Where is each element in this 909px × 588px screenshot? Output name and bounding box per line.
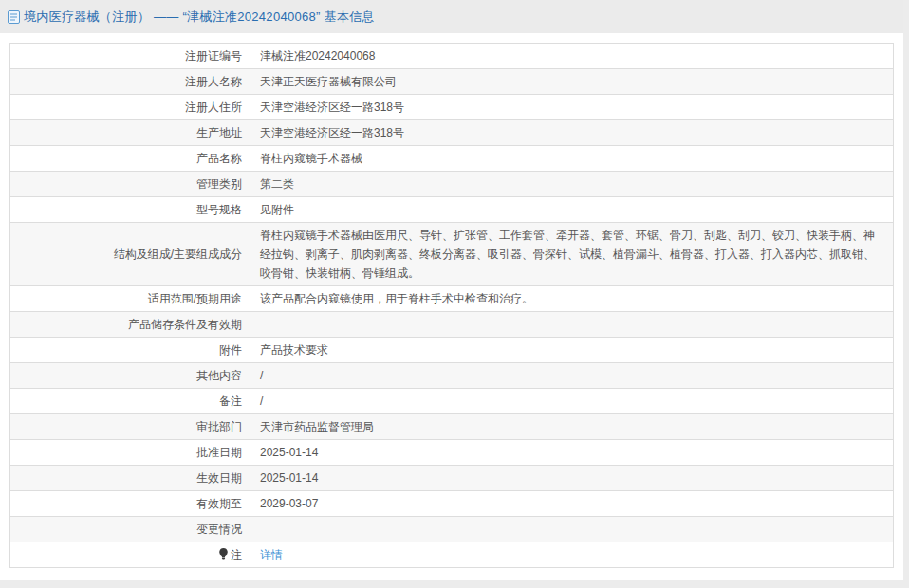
- table-row: 有效期至2029-03-07: [10, 491, 894, 517]
- row-label-text: 备注: [219, 395, 242, 408]
- table-row: 备注/: [10, 389, 894, 414]
- note-icon: [218, 548, 229, 560]
- details-link[interactable]: 详情: [260, 548, 283, 561]
- row-value: 脊柱内窥镜手术器械由医用尺、导针、扩张管、工作套管、牵开器、套管、环锯、骨刀、刮…: [250, 223, 894, 286]
- row-label-text: 注册人名称: [185, 75, 242, 88]
- row-value: 2029-03-07: [250, 491, 894, 517]
- row-value: 天津空港经济区经一路318号: [250, 95, 894, 120]
- row-label: 注册人住所: [10, 95, 250, 120]
- row-label-text: 审批部门: [196, 420, 242, 433]
- row-value: 第二类: [250, 172, 894, 197]
- row-label: 备注: [10, 389, 250, 414]
- table-row: 管理类别第二类: [10, 172, 894, 197]
- row-value: 详情: [250, 542, 894, 568]
- row-label-text: 生效日期: [196, 471, 242, 485]
- row-label: 适用范围/预期用途: [10, 286, 250, 312]
- row-label: 型号规格: [10, 197, 250, 223]
- row-label: 其他内容: [10, 363, 250, 389]
- table-row: 生效日期2025-01-14: [10, 466, 894, 491]
- row-value: 见附件: [250, 197, 894, 223]
- row-value: /: [250, 389, 894, 414]
- row-value: 天津正天医疗器械有限公司: [250, 69, 894, 95]
- row-label-text: 批准日期: [196, 446, 242, 459]
- row-value: /: [250, 363, 894, 389]
- page-title: 境内医疗器械（注册） —— “津械注准20242040068” 基本信息: [24, 9, 375, 26]
- table-row: 审批部门天津市药品监督管理局: [10, 414, 894, 440]
- row-label: 产品储存条件及有效期: [10, 312, 250, 338]
- row-value: 2025-01-14: [250, 466, 894, 491]
- row-label-text: 注: [231, 548, 242, 561]
- row-label-text: 有效期至: [196, 497, 242, 510]
- row-value: 产品技术要求: [250, 338, 894, 363]
- table-row: 注册人住所天津空港经济区经一路318号: [10, 95, 894, 120]
- row-value: 2025-01-14: [250, 440, 894, 466]
- table-wrap: 注册证编号津械注准20242040068注册人名称天津正天医疗器械有限公司注册人…: [0, 33, 903, 578]
- row-label: 管理类别: [10, 172, 250, 197]
- row-label: 注册人名称: [10, 69, 250, 95]
- row-label-text: 结构及组成/主要组成成分: [114, 248, 242, 261]
- page: 境内医疗器械（注册） —— “津械注准20242040068” 基本信息 注册证…: [0, 0, 903, 580]
- row-label: 审批部门: [10, 414, 250, 440]
- document-icon: [8, 10, 20, 24]
- row-label: 批准日期: [10, 440, 250, 466]
- table-row: 结构及组成/主要组成成分脊柱内窥镜手术器械由医用尺、导针、扩张管、工作套管、牵开…: [10, 223, 894, 286]
- row-label-text: 产品名称: [196, 152, 242, 165]
- row-value: 天津市药品监督管理局: [250, 414, 894, 440]
- row-label: 产品名称: [10, 146, 250, 172]
- row-value: 天津空港经济区经一路318号: [250, 120, 894, 146]
- table-row: 产品名称脊柱内窥镜手术器械: [10, 146, 894, 172]
- table-row: 产品储存条件及有效期: [10, 312, 894, 338]
- row-label-text: 生产地址: [196, 126, 242, 139]
- row-label: 注册证编号: [10, 44, 250, 69]
- row-label-text: 型号规格: [196, 203, 242, 216]
- row-value: 脊柱内窥镜手术器械: [250, 146, 894, 172]
- row-label: 生效日期: [10, 466, 250, 491]
- table-row: 其他内容/: [10, 363, 894, 389]
- info-table: 注册证编号津械注准20242040068注册人名称天津正天医疗器械有限公司注册人…: [9, 43, 894, 568]
- row-label-text: 管理类别: [196, 177, 242, 191]
- table-row: 适用范围/预期用途该产品配合内窥镜使用，用于脊柱手术中检查和治疗。: [10, 286, 894, 312]
- row-label: 注: [10, 542, 250, 568]
- row-label-text: 附件: [219, 343, 242, 357]
- row-label-text: 产品储存条件及有效期: [128, 318, 242, 331]
- table-row: 变更情况: [10, 517, 894, 542]
- row-label: 附件: [10, 338, 250, 363]
- page-header: 境内医疗器械（注册） —— “津械注准20242040068” 基本信息: [0, 0, 903, 33]
- row-label-text: 适用范围/预期用途: [148, 292, 242, 305]
- table-row: 附件产品技术要求: [10, 338, 894, 363]
- row-label-text: 注册人住所: [185, 101, 242, 114]
- table-row: 注册人名称天津正天医疗器械有限公司: [10, 69, 894, 95]
- row-label: 结构及组成/主要组成成分: [10, 223, 250, 286]
- row-label: 生产地址: [10, 120, 250, 146]
- table-row: 生产地址天津空港经济区经一路318号: [10, 120, 894, 146]
- table-row: 批准日期2025-01-14: [10, 440, 894, 466]
- row-label-text: 变更情况: [196, 523, 242, 536]
- row-label-text: 其他内容: [196, 369, 242, 382]
- row-value: [250, 517, 894, 542]
- row-value: 津械注准20242040068: [250, 44, 894, 69]
- row-label: 有效期至: [10, 491, 250, 517]
- row-label-text: 注册证编号: [185, 49, 242, 63]
- table-row: 注详情: [10, 542, 894, 568]
- row-value: [250, 312, 894, 338]
- table-row: 注册证编号津械注准20242040068: [10, 44, 894, 69]
- table-row: 型号规格见附件: [10, 197, 894, 223]
- row-value: 该产品配合内窥镜使用，用于脊柱手术中检查和治疗。: [250, 286, 894, 312]
- row-label: 变更情况: [10, 517, 250, 542]
